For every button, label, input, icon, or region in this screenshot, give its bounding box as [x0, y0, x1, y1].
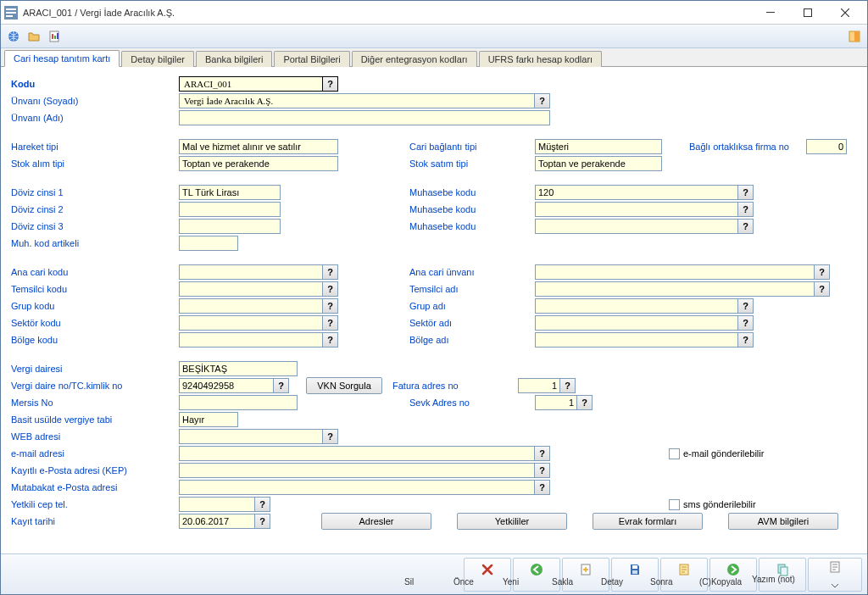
tab-ufrs[interactable]: UFRS farkı hesap kodları [479, 51, 603, 67]
label-ana-cari-unvani: Ana cari ünvanı [408, 267, 535, 277]
toolbar-panel-button[interactable] [845, 27, 864, 46]
tab-detay[interactable]: Detay bilgiler [121, 51, 194, 67]
lookup-email[interactable]: ? [535, 446, 550, 461]
lookup-grup-adi[interactable]: ? [738, 298, 754, 314]
close-button[interactable] [826, 2, 864, 24]
label-temsilci-kodu: Temsilci kodu [9, 284, 179, 294]
svg-rect-15 [632, 565, 637, 569]
input-muhkod-artikeli[interactable] [179, 236, 238, 251]
footer-detay-button[interactable]: Detay [660, 558, 708, 592]
input-kodu[interactable] [179, 76, 323, 92]
lookup-muh-kodu-1[interactable]: ? [738, 185, 754, 200]
input-stok-satim[interactable]: Toptan ve perakende [535, 156, 662, 171]
lookup-sektor-adi[interactable]: ? [738, 315, 754, 331]
lookup-ana-cari-kodu[interactable]: ? [323, 264, 338, 280]
input-sektor-adi[interactable] [535, 315, 738, 331]
lookup-grup-kodu[interactable]: ? [323, 298, 338, 314]
input-mersis[interactable] [179, 395, 298, 410]
avm-bilgileri-button[interactable]: AVM bilgileri [728, 513, 838, 530]
input-hareket-tipi[interactable]: Mal ve hizmet alınır ve satılır [179, 139, 338, 154]
footer-yeni-button[interactable]: Yeni [562, 558, 609, 592]
input-fatura-adres[interactable]: 1 [518, 378, 560, 393]
input-doviz2[interactable] [179, 202, 281, 217]
lookup-sevk-adres[interactable]: ? [577, 395, 593, 410]
lookup-sektor-kodu[interactable]: ? [323, 315, 338, 331]
input-email[interactable] [179, 446, 535, 461]
input-bolge-adi[interactable] [535, 332, 738, 348]
label-grup-adi: Grup adı [408, 301, 535, 311]
input-muh-kodu-2[interactable] [535, 202, 738, 217]
input-kayit-tarihi[interactable]: 20.06.2017 [179, 514, 255, 529]
lookup-temsilci-kodu[interactable]: ? [323, 281, 338, 297]
tab-cari-hesap[interactable]: Cari hesap tanıtım kartı [4, 50, 120, 67]
lookup-unvan-soyadi[interactable]: ? [535, 93, 550, 108]
input-muh-kodu-1[interactable]: 120 [535, 185, 738, 200]
label-doviz3: Döviz cinsi 3 [9, 221, 179, 231]
input-stok-alim[interactable]: Toptan ve perakende [179, 156, 338, 171]
input-muh-kodu-3[interactable] [535, 219, 738, 234]
lookup-mutabakat[interactable]: ? [535, 480, 550, 495]
adresler-button[interactable]: Adresler [321, 513, 431, 530]
input-doviz3[interactable] [179, 219, 281, 234]
label-sevk-adres: Sevk Adres no [408, 398, 535, 408]
label-muh-kodu-1: Muhasebe kodu [408, 187, 535, 197]
titlebar: ARACI_001 / Vergi İade Aracılık A.Ş. [1, 1, 867, 25]
input-ana-cari-unvani[interactable] [535, 264, 815, 280]
label-mersis: Mersis No [9, 398, 179, 408]
checkbox-sms-gonder[interactable] [669, 499, 680, 510]
input-mutabakat[interactable] [179, 480, 535, 495]
lookup-ana-cari-unvani[interactable]: ? [815, 264, 830, 280]
input-vergi-no[interactable]: 9240492958 [179, 378, 274, 393]
input-sevk-adres[interactable]: 1 [535, 395, 577, 410]
footer-once-button[interactable]: Önce [513, 558, 560, 592]
label-vergi-no: Vergi daire no/TC.kimlik no [9, 381, 179, 391]
input-temsilci-kodu[interactable] [179, 281, 323, 297]
footer-sil-button[interactable]: Sil [464, 558, 511, 592]
tab-diger[interactable]: Diğer entegrasyon kodları [352, 51, 477, 67]
lookup-vergi-no[interactable]: ? [274, 378, 289, 393]
label-bagli-ortaklik: Bağlı ortaklıksa firma no [687, 142, 806, 152]
input-unvan-soyadi[interactable] [179, 93, 535, 108]
input-temsilci-adi[interactable] [535, 281, 815, 297]
yetkililer-button[interactable]: Yetkililer [457, 513, 567, 530]
lookup-kep[interactable]: ? [535, 463, 550, 478]
minimize-button[interactable] [752, 2, 789, 24]
input-web[interactable] [179, 429, 323, 444]
lookup-bolge-kodu[interactable]: ? [323, 332, 338, 348]
lookup-yetkili-cep[interactable]: ? [255, 497, 270, 512]
footer-yazim-button[interactable]: Yazım (not) [808, 558, 862, 592]
lookup-web[interactable]: ? [323, 429, 338, 444]
maximize-button[interactable] [789, 2, 826, 24]
toolbar-folder-button[interactable] [25, 27, 43, 46]
checkbox-email-gonder[interactable] [669, 448, 680, 459]
lookup-bolge-adi[interactable]: ? [738, 332, 754, 348]
evrak-formlari-button[interactable]: Evrak formları [593, 513, 703, 530]
input-bolge-kodu[interactable] [179, 332, 323, 348]
input-vergi-dairesi[interactable]: BEŞİKTAŞ [179, 361, 298, 376]
input-yetkili-cep[interactable] [179, 497, 255, 512]
input-basit-usul[interactable]: Hayır [179, 412, 238, 427]
footer-sakla-button[interactable]: Sakla [611, 558, 659, 592]
input-doviz1[interactable]: TL Türk Lirası [179, 185, 281, 200]
delete-icon [481, 563, 494, 576]
input-ana-cari-kodu[interactable] [179, 264, 323, 280]
vkn-sorgula-button[interactable]: VKN Sorgula [306, 377, 382, 394]
lookup-kodu[interactable]: ? [323, 76, 338, 92]
svg-rect-4 [766, 12, 775, 13]
tab-banka[interactable]: Banka bilgileri [196, 51, 272, 67]
input-grup-adi[interactable] [535, 298, 738, 314]
lookup-fatura-adres[interactable]: ? [560, 378, 576, 393]
input-sektor-kodu[interactable] [179, 315, 323, 331]
lookup-temsilci-adi[interactable]: ? [815, 281, 830, 297]
input-grup-kodu[interactable] [179, 298, 323, 314]
input-cari-baglanti[interactable]: Müşteri [535, 139, 662, 154]
lookup-kayit-tarihi[interactable]: ? [255, 514, 270, 529]
input-bagli-ortaklik[interactable]: 0 [806, 139, 847, 154]
input-kep[interactable] [179, 463, 535, 478]
input-unvan-adi[interactable] [179, 110, 550, 125]
tab-portal[interactable]: Portal Bilgileri [274, 51, 349, 67]
toolbar-globe-button[interactable] [4, 27, 23, 46]
lookup-muh-kodu-3[interactable]: ? [738, 219, 754, 234]
lookup-muh-kodu-2[interactable]: ? [738, 202, 754, 217]
toolbar-report-button[interactable] [45, 27, 64, 46]
